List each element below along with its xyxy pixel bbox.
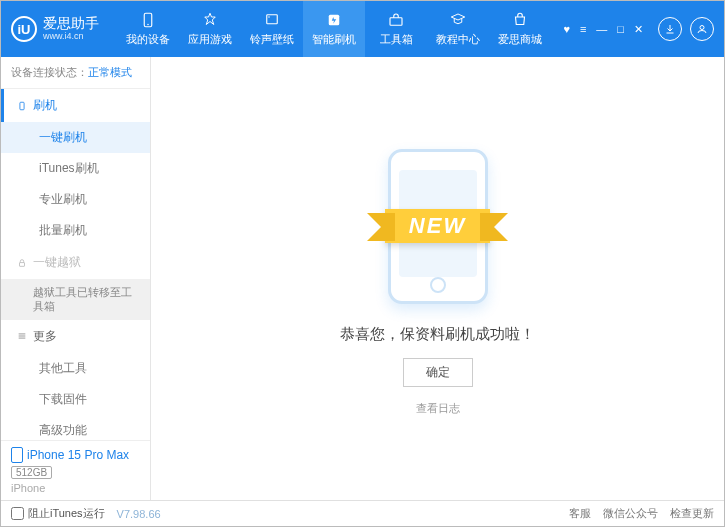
version: V7.98.66 [117,508,161,520]
maximize-icon[interactable]: □ [614,21,627,38]
main-nav: 我的设备 应用游戏 铃声壁纸 智能刷机 工具箱 教程中心 爱思商城 [117,1,551,57]
nav-apps-games[interactable]: 应用游戏 [179,1,241,57]
nav-store[interactable]: 爱思商城 [489,1,551,57]
success-message: 恭喜您，保资料刷机成功啦！ [340,325,535,344]
app-url: www.i4.cn [43,32,99,42]
title-bar: iU 爱思助手 www.i4.cn 我的设备 应用游戏 铃声壁纸 智能刷机 工具… [1,1,724,57]
svg-rect-8 [20,262,25,266]
nav-ringtones[interactable]: 铃声壁纸 [241,1,303,57]
app-title: 爱思助手 [43,16,99,31]
sub-other-tools[interactable]: 其他工具 [1,353,150,384]
download-button[interactable] [658,17,682,41]
main-content: NEW 恭喜您，保资料刷机成功啦！ 确定 查看日志 [151,57,724,500]
sub-batch-flash[interactable]: 批量刷机 [1,215,150,246]
jailbreak-info: 越狱工具已转移至工具箱 [1,279,150,320]
menu-icon[interactable]: ♥ [560,21,573,38]
app-logo: iU 爱思助手 www.i4.cn [11,16,99,42]
user-button[interactable] [690,17,714,41]
list-icon[interactable]: ≡ [577,21,589,38]
sub-download-firmware[interactable]: 下载固件 [1,384,150,415]
status-bar: 阻止iTunes运行 V7.98.66 客服 微信公众号 检查更新 [1,500,724,526]
nav-tutorials[interactable]: 教程中心 [427,1,489,57]
link-wechat[interactable]: 微信公众号 [603,506,658,521]
device-name: iPhone 15 Pro Max [11,447,140,463]
group-flash[interactable]: 刷机 [1,89,150,122]
device-type: iPhone [11,482,140,494]
minimize-icon[interactable]: — [593,21,610,38]
svg-rect-2 [267,15,278,24]
link-update[interactable]: 检查更新 [670,506,714,521]
sub-pro-flash[interactable]: 专业刷机 [1,184,150,215]
success-illustration: NEW [338,141,538,311]
group-jailbreak[interactable]: 一键越狱 [1,246,150,279]
group-more[interactable]: 更多 [1,320,150,353]
view-log-link[interactable]: 查看日志 [416,401,460,416]
link-support[interactable]: 客服 [569,506,591,521]
nav-smart-flash[interactable]: 智能刷机 [303,1,365,57]
nav-my-device[interactable]: 我的设备 [117,1,179,57]
nav-toolbox[interactable]: 工具箱 [365,1,427,57]
svg-rect-7 [20,102,24,110]
sub-itunes-flash[interactable]: iTunes刷机 [1,153,150,184]
device-storage: 512GB [11,466,52,479]
ok-button[interactable]: 确定 [403,358,473,387]
window-controls: ♥ ≡ — □ ✕ [560,21,646,38]
connection-status: 设备连接状态：正常模式 [1,57,150,89]
check-block-itunes[interactable]: 阻止iTunes运行 [11,506,105,521]
new-ribbon: NEW [385,209,490,243]
logo-icon: iU [11,16,37,42]
svg-point-3 [268,16,270,18]
svg-point-6 [700,26,704,30]
device-info[interactable]: iPhone 15 Pro Max 512GB iPhone [1,440,150,500]
close-icon[interactable]: ✕ [631,21,646,38]
svg-point-1 [147,24,149,26]
svg-rect-5 [390,18,402,26]
sub-one-click-flash[interactable]: 一键刷机 [1,122,150,153]
sidebar: 设备连接状态：正常模式 刷机 一键刷机 iTunes刷机 专业刷机 批量刷机 一… [1,57,151,500]
sub-advanced[interactable]: 高级功能 [1,415,150,440]
